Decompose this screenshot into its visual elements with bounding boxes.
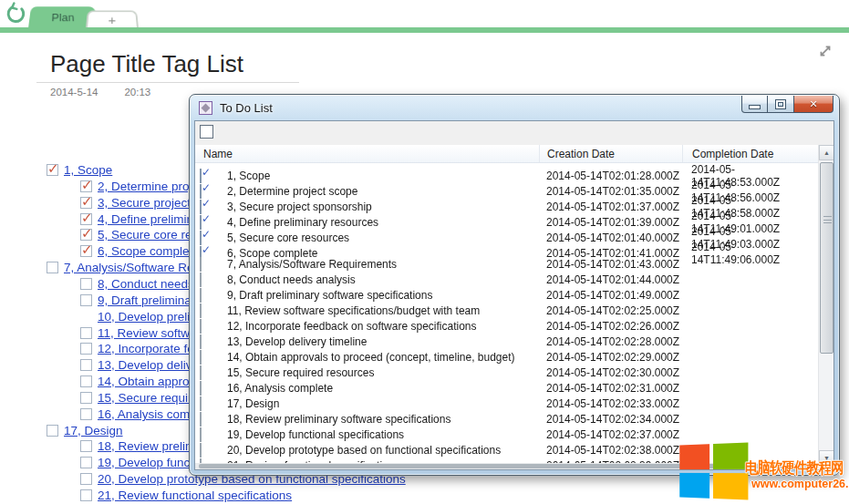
todo-checkbox[interactable]: [80, 473, 92, 485]
close-icon: ✕: [809, 98, 817, 110]
table-row[interactable]: ✓ 1, Scope 2014-05-14T02:01:28.000Z 2014…: [195, 163, 821, 179]
cell-creation-date: 2014-05-14T02:01:39.000Z: [539, 216, 682, 229]
row-checkbox[interactable]: [200, 257, 202, 272]
todo-checkbox[interactable]: ✓: [80, 229, 92, 241]
cell-completion-date: 2014-05-14T11:49:06.000Z: [682, 241, 821, 266]
column-header-creation-date[interactable]: Creation Date: [539, 145, 682, 162]
check-icon: ✓: [202, 197, 211, 210]
cell-name: 7, Analysis/Software Requirements: [227, 258, 539, 271]
todo-checkbox[interactable]: [80, 440, 92, 452]
cell-creation-date: 2014-05-14T02:01:40.000Z: [539, 231, 682, 244]
todo-checkbox[interactable]: ✓: [80, 197, 92, 209]
cell-name: 15, Secure required resources: [227, 366, 539, 379]
window-controls: ✕: [741, 96, 833, 113]
todo-list-item: ✓ 1, Scope: [47, 162, 112, 178]
row-checkbox[interactable]: [200, 427, 202, 442]
dialog-gem-icon: [199, 101, 212, 115]
scroll-up-button[interactable]: ▲: [819, 145, 834, 160]
todo-checkbox[interactable]: [80, 375, 92, 387]
todo-list-dialog: To Do List ✕ Name Creation Date Completi…: [189, 94, 840, 476]
vertical-scrollbar[interactable]: ▲ ▼: [818, 145, 833, 466]
table-row[interactable]: 13, Develop delivery timeline 2014-05-14…: [195, 334, 821, 349]
todo-checkbox[interactable]: ✓: [80, 213, 92, 225]
minimize-icon: [750, 106, 760, 108]
row-checkbox[interactable]: [200, 319, 202, 334]
cell-name: 11, Review software specifications/budge…: [227, 304, 539, 317]
todo-checkbox[interactable]: [80, 327, 92, 339]
todo-checkbox[interactable]: ✓: [80, 180, 92, 192]
todo-checkbox[interactable]: [80, 294, 92, 306]
todo-checkbox[interactable]: [80, 457, 92, 468]
vertical-scrollbar-thumb[interactable]: [820, 162, 833, 354]
row-checkbox[interactable]: [200, 273, 202, 287]
select-all-checkbox[interactable]: [200, 125, 213, 139]
todo-link[interactable]: 21, Review functional specifications: [98, 489, 292, 502]
cell-creation-date: 2014-05-14T02:02:26.000Z: [539, 320, 682, 333]
check-icon: ✓: [81, 225, 93, 242]
table-row[interactable]: 9, Draft preliminary software specificat…: [195, 287, 821, 303]
check-icon: ✓: [81, 242, 93, 258]
table-row[interactable]: 19, Develop functional specifications 20…: [195, 427, 821, 442]
check-icon: ✓: [202, 228, 211, 241]
row-checkbox[interactable]: [200, 381, 202, 396]
todo-checkbox[interactable]: ✓: [80, 245, 92, 257]
cell-name: 18, Review preliminary software specific…: [227, 413, 539, 426]
todo-list-item: 21, Review functional specifications: [80, 488, 292, 503]
column-header-completion-date[interactable]: Completion Date: [682, 145, 821, 162]
row-checkbox[interactable]: [200, 443, 202, 458]
table-row[interactable]: 12, Incorporate feedback on software spe…: [195, 318, 821, 334]
table-row[interactable]: 15, Secure required resources 2014-05-14…: [195, 365, 821, 380]
row-checkbox[interactable]: [200, 303, 202, 318]
minimize-button[interactable]: [741, 96, 768, 113]
todo-checkbox[interactable]: [47, 262, 58, 273]
row-checkbox[interactable]: [200, 288, 202, 303]
check-icon: ✓: [202, 166, 211, 179]
cell-name: 20, Develop prototype based on functiona…: [227, 444, 539, 457]
table-row[interactable]: 17, Design 2014-05-14T02:02:33.000Z: [195, 396, 821, 411]
todo-checkbox[interactable]: [80, 343, 92, 355]
watermark-site-url: www.computer26.com: [751, 478, 849, 490]
cell-creation-date: 2014-05-14T02:02:34.000Z: [539, 413, 682, 426]
cell-name: 19, Develop functional specifications: [227, 428, 539, 441]
todo-checkbox[interactable]: [80, 278, 92, 290]
table-row[interactable]: 14, Obtain approvals to proceed (concept…: [195, 349, 821, 365]
cell-creation-date: 2014-05-14T02:02:25.000Z: [539, 304, 682, 317]
todo-checkbox[interactable]: [80, 359, 92, 371]
row-checkbox[interactable]: [200, 334, 202, 349]
maximize-button[interactable]: [768, 96, 794, 113]
cell-creation-date: 2014-05-14T02:01:49.000Z: [539, 289, 682, 302]
table-row[interactable]: 16, Analysis complete 2014-05-14T02:02:3…: [195, 380, 821, 396]
table-row[interactable]: 18, Review preliminary software specific…: [195, 411, 821, 427]
check-icon: ✓: [81, 210, 93, 226]
todo-link[interactable]: 6, Scope complete: [98, 244, 200, 258]
row-checkbox[interactable]: [200, 396, 202, 411]
column-header-name[interactable]: Name: [195, 145, 539, 162]
row-checkbox[interactable]: [200, 412, 202, 427]
table-row[interactable]: 8, Conduct needs analysis 2014-05-14T02:…: [195, 272, 821, 287]
check-icon: ✓: [202, 212, 211, 225]
dialog-toolbar: [195, 121, 833, 145]
todo-link[interactable]: 1, Scope: [64, 163, 112, 177]
row-checkbox[interactable]: [200, 365, 202, 380]
cell-name: 16, Analysis complete: [227, 382, 539, 395]
close-button[interactable]: ✕: [794, 96, 833, 113]
cell-creation-date: 2014-05-14T02:02:29.000Z: [539, 351, 682, 364]
todo-checkbox[interactable]: [80, 392, 92, 404]
row-checkbox[interactable]: [200, 350, 202, 365]
todo-checkbox[interactable]: [80, 489, 92, 501]
todo-link[interactable]: 17, Design: [64, 424, 123, 437]
cell-name: 1, Scope: [227, 170, 539, 182]
todo-checkbox[interactable]: ✓: [47, 164, 58, 176]
table-row[interactable]: 11, Review software specifications/budge…: [195, 303, 821, 318]
cell-name: 8, Conduct needs analysis: [227, 273, 539, 286]
todo-checkbox[interactable]: [80, 408, 92, 420]
todo-list-item: 17, Design: [47, 423, 123, 438]
cell-creation-date: 2014-05-14T02:02:33.000Z: [539, 397, 682, 410]
check-icon: ✓: [81, 177, 93, 193]
logo-square-yellow: [713, 473, 748, 500]
cell-creation-date: 2014-05-14T02:02:37.000Z: [539, 428, 682, 441]
cell-creation-date: 2014-05-14T02:01:28.000Z: [539, 170, 682, 182]
listview-header: Name Creation Date Completion Date: [195, 145, 821, 163]
cell-name: 17, Design: [227, 397, 539, 410]
todo-checkbox[interactable]: [47, 425, 58, 437]
